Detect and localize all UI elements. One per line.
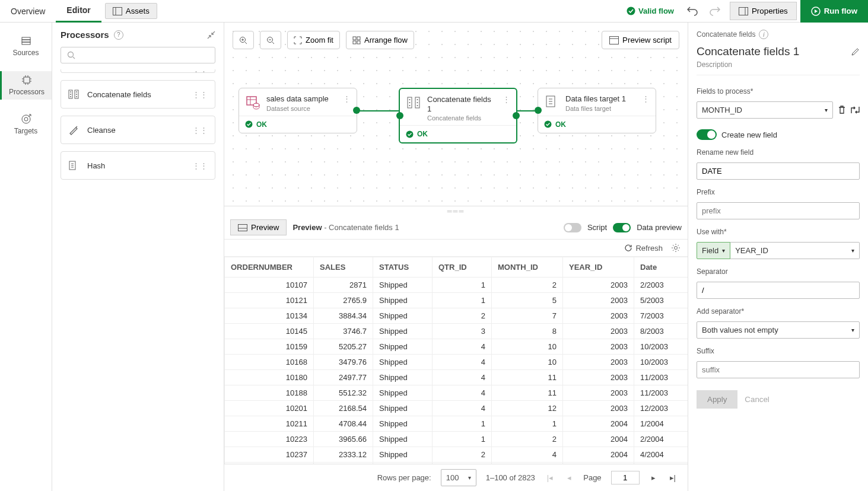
page-input[interactable] — [611, 471, 640, 484]
info-icon[interactable]: i — [759, 30, 768, 39]
processor-icon — [21, 75, 32, 85]
table-cell: 3 — [433, 324, 492, 339]
script-toggle[interactable] — [564, 223, 581, 232]
preview-script-button[interactable]: Preview script — [602, 31, 679, 49]
table-row[interactable]: 102372333.12Shipped2420044/2004Motorc…95… — [225, 447, 688, 463]
node-data-files-target[interactable]: Data files target 1 Data files target ⋮ … — [538, 88, 656, 133]
processor-list[interactable]: ⋮⋮ Concatenate fields ⋮⋮ Cleanse ⋮⋮ Hash… — [52, 69, 224, 491]
zoom-fit-button[interactable]: Zoom fit — [287, 31, 340, 49]
rename-field-input[interactable] — [697, 162, 860, 180]
rows-per-page-select[interactable]: 100▾ — [441, 469, 476, 486]
prefix-input[interactable] — [697, 202, 860, 219]
table-row[interactable]: 101212765.9Shipped1520035/2003Motorc…95S… — [225, 293, 688, 308]
svg-point-25 — [70, 91, 71, 93]
rail-sources-label: Sources — [12, 49, 39, 57]
add-separator-select[interactable]: Both values not empty▾ — [697, 321, 860, 339]
table-row[interactable]: 102012168.54Shipped412200312/2003Motorc…… — [225, 401, 688, 416]
processor-item[interactable]: ⋮⋮ — [61, 69, 215, 73]
cancel-button[interactable]: Cancel — [745, 390, 770, 409]
table-cell: 8 — [492, 324, 563, 339]
next-page-button[interactable]: ▸ — [649, 473, 658, 482]
preview-toggle-button[interactable]: Preview — [230, 219, 287, 235]
table-cell: 10211 — [225, 416, 314, 432]
use-with-value-select[interactable]: YEAR_ID▾ — [730, 242, 860, 259]
table-row[interactable]: 101343884.34Shipped2720037/2003Motorc…95… — [225, 308, 688, 324]
column-header[interactable]: STATUS — [373, 257, 433, 278]
column-header[interactable]: MONTH_ID — [492, 257, 563, 278]
rail-sources[interactable]: Sources — [0, 32, 52, 60]
processor-item-cleanse[interactable]: Cleanse ⋮⋮ — [61, 116, 215, 144]
table-row[interactable]: 101885512.32Shipped411200311/2003Motorc…… — [225, 385, 688, 401]
edit-icon[interactable] — [851, 47, 860, 56]
table-cell: 11/2003 — [634, 370, 688, 385]
run-flow-button[interactable]: Run flow — [800, 0, 868, 23]
zoom-in-button[interactable] — [233, 31, 254, 49]
node-status: OK — [555, 120, 566, 129]
node-menu-icon[interactable]: ⋮ — [343, 94, 351, 103]
separator-input[interactable] — [697, 282, 860, 299]
table-cell: 2/2003 — [634, 278, 688, 293]
drag-handle-icon[interactable]: ⋮⋮ — [192, 161, 208, 170]
rail-targets[interactable]: Targets — [0, 110, 52, 139]
processor-item-hash[interactable]: Hash ⋮⋮ — [61, 151, 215, 180]
table-cell: Shipped — [373, 401, 433, 416]
expand-icon[interactable] — [851, 106, 860, 114]
delete-icon[interactable] — [838, 106, 846, 114]
table-cell: 1 — [492, 416, 563, 432]
data-preview-toggle[interactable] — [613, 223, 631, 232]
drag-handle-icon[interactable]: ⋮⋮ — [192, 126, 208, 135]
column-header[interactable]: QTR_ID — [433, 257, 492, 278]
arrange-label: Arrange flow — [364, 36, 408, 44]
collapse-icon[interactable] — [207, 31, 215, 39]
zoom-out-button[interactable] — [260, 31, 281, 49]
table-cell: 1/2004 — [634, 416, 688, 432]
table-row[interactable]: 101072871Shipped1220032/2003Motorc…95S10… — [225, 278, 688, 293]
redo-button[interactable] — [704, 3, 726, 20]
node-title: Data files target 1 — [565, 94, 626, 104]
node-concatenate-fields[interactable]: Concatenate fields 1 Concatenate fields … — [399, 88, 517, 144]
refresh-button[interactable]: Refresh — [624, 244, 663, 253]
node-menu-icon[interactable]: ⋮ — [503, 95, 510, 104]
node-sales-data-sample[interactable]: sales data sample Dataset source ⋮ OK — [239, 88, 357, 133]
create-new-field-toggle[interactable] — [697, 129, 717, 140]
apply-button[interactable]: Apply — [697, 390, 737, 409]
last-page-button[interactable]: ▸| — [667, 473, 678, 482]
table-cell: 10223 — [225, 432, 314, 447]
refresh-icon — [624, 244, 632, 252]
prev-page-button[interactable]: ◂ — [565, 473, 574, 482]
help-icon[interactable]: ? — [114, 30, 123, 40]
arrange-flow-button[interactable]: Arrange flow — [346, 31, 414, 49]
table-row[interactable]: 102114708.44Shipped1120041/2004Motorc…95… — [225, 416, 688, 432]
table-row[interactable]: 101802497.77Shipped411200311/2003Motorc…… — [225, 370, 688, 385]
settings-button[interactable] — [671, 243, 681, 253]
properties-button[interactable]: Properties — [730, 2, 797, 20]
table-row[interactable]: 101453746.7Shipped3820038/2003Motorc…95S… — [225, 324, 688, 339]
table-row[interactable]: 102233965.66Shipped1220042/2004Motorc…95… — [225, 432, 688, 447]
tab-editor[interactable]: Editor — [56, 0, 101, 23]
table-row[interactable]: 101683479.76Shipped410200310/2003Motorc…… — [225, 355, 688, 370]
column-header[interactable]: SALES — [314, 257, 373, 278]
column-header[interactable]: ORDERNUMBER — [225, 257, 314, 278]
processor-item-concatenate[interactable]: Concatenate fields ⋮⋮ — [61, 80, 215, 109]
table-row[interactable]: 101595205.27Shipped410200310/2003Motorc…… — [225, 339, 688, 355]
use-with-type-select[interactable]: Field▾ — [697, 242, 730, 259]
drag-handle-icon[interactable]: ⋮⋮ — [192, 90, 208, 99]
column-header[interactable]: Date — [634, 257, 688, 278]
processor-search-input[interactable] — [61, 47, 215, 63]
table-cell: 2004 — [563, 432, 634, 447]
undo-button[interactable] — [681, 3, 704, 20]
column-header[interactable]: YEAR_ID — [563, 257, 634, 278]
suffix-input[interactable] — [697, 361, 860, 378]
tab-overview[interactable]: Overview — [0, 0, 56, 23]
flow-canvas[interactable]: Zoom fit Arrange flow Preview script sal… — [224, 23, 688, 206]
rail-processors[interactable]: Processors — [0, 71, 52, 100]
svg-point-21 — [68, 52, 74, 58]
resize-handle[interactable]: ═══ — [224, 206, 688, 216]
first-page-button[interactable]: |◂ — [545, 473, 555, 482]
assets-button[interactable]: Assets — [105, 3, 157, 19]
data-table-scroll[interactable]: ORDERNUMBERSALESSTATUSQTR_IDMONTH_IDYEAR… — [224, 257, 688, 464]
drag-handle-icon[interactable]: ⋮⋮ — [192, 69, 208, 73]
table-cell: 2/2004 — [634, 432, 688, 447]
node-menu-icon[interactable]: ⋮ — [642, 94, 650, 103]
fields-to-process-select[interactable]: MONTH_ID▾ — [697, 101, 833, 119]
